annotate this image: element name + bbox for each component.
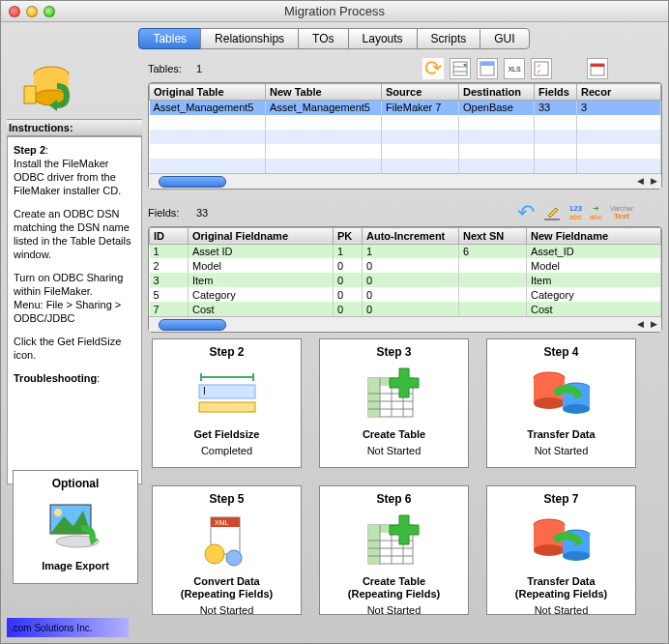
th-id[interactable]: ID [150,227,189,244]
fields-grid[interactable]: ID Original Fieldname PK Auto-Increment … [148,226,662,334]
image-export-icon [42,496,109,554]
step3-card[interactable]: Step 3 Create Table Not Started [319,338,469,468]
step5-card[interactable]: Step 5 XML Convert Data(Repeating Fields… [152,485,302,615]
th-next-sn[interactable]: Next SN [459,227,527,244]
abc123-icon[interactable]: 123abc [569,204,582,221]
table-row[interactable]: Asset_Management5 Asset_Management5 File… [150,101,661,115]
svg-rect-20 [199,385,255,398]
svg-rect-9 [480,62,494,66]
instructions-p4: Click the Get FieldSize icon. [14,335,135,362]
svg-rect-22 [199,402,255,412]
th-new-fieldname[interactable]: New Fieldname [527,227,661,244]
app-icon [15,57,73,115]
main-tabs: Tables Relationships TOs Layouts Scripts… [1,28,668,49]
tab-layouts[interactable]: Layouts [348,28,418,49]
grid2-icon[interactable] [477,58,498,79]
step-name: Transfer Data [527,428,595,441]
th-fields[interactable]: Fields [535,84,577,101]
step-name: Transfer Data(Repeating Fields) [515,575,607,600]
transfer-data-icon [528,512,596,570]
table-row[interactable] [150,144,661,159]
undo-icon[interactable]: ↶ [517,200,535,225]
th-new-table[interactable]: New Table [266,84,382,101]
svg-marker-16 [548,208,558,218]
step-name: Image Export [42,560,109,572]
table-row[interactable]: 2Model00Model [150,258,661,273]
step4-card[interactable]: Step 4 Transfer Data Not Started [486,338,636,468]
step-title: Step 6 [376,492,411,506]
troubleshooting-label: Troubleshooting [14,372,97,384]
abc-icon[interactable]: ➔abc [590,204,602,221]
step2-card[interactable]: Step 2 I Get Fieldsize Completed [152,338,302,468]
transfer-data-icon [528,365,596,423]
step-status: Completed [201,445,252,456]
table-row[interactable] [150,130,661,144]
tables-hscroll[interactable]: ◀▶ [149,173,661,189]
th-records[interactable]: Recor [577,84,661,101]
instructions-p3b: Menu: File > Sharing > ODBC/JDBC [14,299,121,324]
xml-convert-icon: XML [193,512,261,570]
step-status: Not Started [367,604,422,616]
svg-text:I: I [203,386,206,396]
th-original-fieldname[interactable]: Original Fieldname [189,227,334,244]
ruler-icon: I [193,365,261,423]
instructions-p3a: Turn on ODBC Sharing within FileMaker. [14,272,123,297]
table-row[interactable]: 7Cost00Cost [150,302,661,316]
step-label: Step 2 [14,144,45,156]
svg-rect-14 [591,64,604,67]
table-row[interactable]: 1Asset ID116Asset_ID [150,244,661,258]
varchar-text-icon[interactable]: VarcharText [610,205,633,220]
tab-tos[interactable]: TOs [298,28,348,49]
tables-count: 1 [196,63,225,74]
optional-card[interactable]: Optional Image Export [13,470,138,584]
step-title: Step 2 [209,345,244,359]
step-status: Not Started [535,604,589,616]
grid1-icon[interactable] [450,58,471,79]
fields-count: 33 [196,207,225,219]
xls-icon[interactable]: XLS [504,58,525,79]
instructions-text: Step 2:Install the FileMaker ODBC driver… [7,136,142,484]
th-source[interactable]: Source [382,84,459,101]
footer-company: .com Solutions Inc. [7,618,129,637]
step-name: Create Table [363,428,425,441]
refresh-icon[interactable]: ⟳ [422,58,444,79]
svg-point-55 [534,544,565,556]
tab-tables[interactable]: Tables [138,28,201,49]
tab-gui[interactable]: GUI [480,28,529,49]
table-row[interactable] [150,115,661,130]
svg-text:✓: ✓ [537,69,541,74]
fields-hscroll[interactable]: ◀▶ [149,316,661,332]
pencil-icon[interactable] [542,202,562,223]
tab-scripts[interactable]: Scripts [417,28,481,49]
step-title: Step 3 [376,345,411,359]
table-row[interactable] [150,159,661,173]
instructions-header: Instructions: [7,119,142,136]
step-status: Not Started [535,445,589,456]
checklist-icon[interactable]: ✓✓ [531,58,552,79]
create-table-icon [361,365,428,423]
titlebar: Migration Process [1,1,668,22]
table-row[interactable]: 5Category00Category [150,287,661,302]
step-name: Convert Data(Repeating Fields) [181,575,273,600]
svg-point-43 [226,550,242,566]
svg-point-42 [205,544,224,564]
calendar-icon[interactable] [587,58,608,79]
instructions-p2: Create an ODBC DSN matching the DSN name… [14,207,135,261]
step6-card[interactable]: Step 6 Create Table(Repeating Fields) No… [319,485,469,615]
th-original-table[interactable]: Original Table [150,84,266,101]
step-title: Step 7 [543,492,578,506]
th-auto-increment[interactable]: Auto-Increment [363,227,459,244]
step-status: Not Started [367,445,422,456]
th-pk[interactable]: PK [334,227,363,244]
tables-label: Tables: [148,63,196,74]
create-table-icon [361,512,428,570]
tables-grid[interactable]: Original Table New Table Source Destinat… [148,82,662,190]
step-name: Create Table(Repeating Fields) [348,575,440,600]
window-title: Migration Process [1,4,668,18]
svg-point-34 [534,397,565,409]
tab-relationships[interactable]: Relationships [200,28,299,49]
step7-card[interactable]: Step 7 Transfer Data(Repeating Fields) N… [486,485,636,615]
table-row[interactable]: 3Item00Item [150,273,661,287]
step-status: Not Started [200,604,254,616]
th-destination[interactable]: Destination [459,84,535,101]
